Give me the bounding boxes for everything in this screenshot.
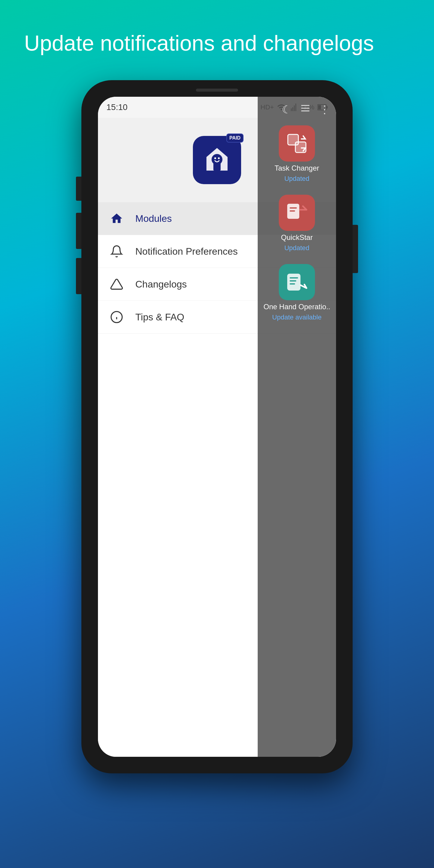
task-changer-status: Updated — [284, 175, 309, 183]
speaker — [196, 89, 238, 92]
power-button — [352, 225, 358, 273]
svg-point-4 — [212, 154, 222, 165]
changelogs-label: Changelogs — [135, 279, 187, 290]
svg-rect-18 — [287, 274, 301, 290]
paid-badge: PAID — [226, 133, 244, 143]
svg-rect-12 — [301, 111, 310, 112]
onehand-status: Update available — [272, 313, 321, 321]
svg-rect-20 — [290, 280, 296, 281]
bell-icon — [109, 245, 124, 258]
tips-faq-label: Tips & FAQ — [135, 312, 184, 323]
quickstar-name: QuickStar — [281, 233, 313, 242]
svg-rect-16 — [290, 207, 297, 209]
svg-rect-21 — [290, 283, 295, 284]
app-logo: PAID — [193, 136, 241, 184]
app-icon-svg — [202, 145, 232, 175]
drawer-top-bar: ☾ ⋮ — [258, 97, 336, 119]
task-changer-app-icon — [279, 125, 315, 161]
notification-preferences-label: Notification Preferences — [135, 246, 238, 257]
quickstar-status: Updated — [284, 244, 309, 252]
extra-button — [76, 258, 82, 294]
list-item[interactable]: One Hand Operatio.. Update available — [264, 264, 330, 321]
volume-down-button — [76, 213, 82, 249]
list-icon[interactable] — [300, 103, 311, 116]
home-icon — [109, 212, 124, 225]
svg-rect-17 — [290, 210, 295, 212]
phone-screen: 15:10 HD+ 37% — [98, 97, 336, 757]
list-item[interactable]: QuickStar Updated — [279, 195, 315, 252]
quickstar-app-icon — [279, 195, 315, 231]
onehand-name: One Hand Operatio.. — [264, 303, 330, 311]
onehand-app-icon — [279, 264, 315, 300]
list-item[interactable]: Task Changer Updated — [275, 125, 319, 183]
drawer-app-list: Task Changer Updated QuickStar Upd — [258, 119, 336, 327]
triangle-icon — [109, 278, 124, 291]
info-icon — [109, 310, 124, 324]
svg-rect-10 — [301, 105, 310, 106]
svg-point-6 — [218, 157, 220, 159]
more-options-icon[interactable]: ⋮ — [319, 103, 330, 116]
volume-up-button — [76, 177, 82, 201]
svg-point-5 — [214, 157, 216, 159]
drawer-overlay: ☾ ⋮ — [258, 97, 336, 757]
task-changer-name: Task Changer — [275, 164, 319, 173]
svg-rect-14 — [296, 142, 306, 153]
svg-rect-11 — [301, 108, 310, 109]
phone-mockup: 15:10 HD+ 37% — [82, 80, 352, 773]
moon-icon[interactable]: ☾ — [282, 103, 291, 116]
status-time: 15:10 — [106, 102, 127, 112]
svg-rect-19 — [290, 277, 298, 278]
page-title: Update notifications and changelogs — [0, 0, 434, 74]
modules-label: Modules — [135, 213, 172, 224]
